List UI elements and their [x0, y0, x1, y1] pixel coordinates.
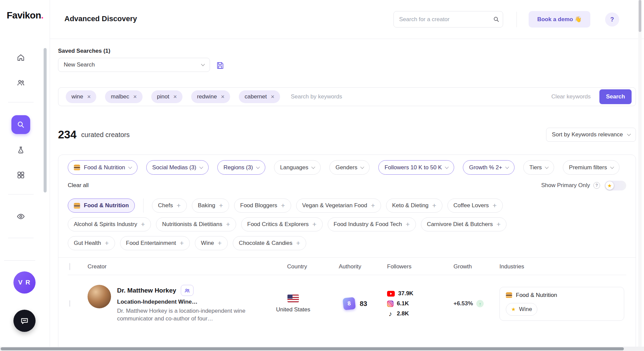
filter-social-medias[interactable]: Social Medias (3)	[146, 160, 209, 175]
category-chip[interactable]: Carnivore Diet & Butchers+	[421, 217, 507, 231]
lab-icon[interactable]	[16, 146, 25, 155]
header-industries[interactable]: Industries	[499, 263, 626, 270]
plus-icon[interactable]: +	[141, 221, 145, 228]
apps-grid-icon[interactable]	[16, 171, 25, 179]
filter-premium[interactable]: Premium filters	[563, 160, 619, 175]
plus-icon[interactable]: +	[180, 239, 184, 247]
keyword-chip-label: redwine	[197, 93, 217, 100]
vertical-scrollbar-track[interactable]	[638, 0, 642, 351]
category-chip[interactable]: Chocolate & Candies+	[233, 236, 306, 250]
filter-growth[interactable]: Growth % 2+	[463, 160, 515, 175]
plus-icon[interactable]: +	[496, 221, 500, 228]
plus-icon[interactable]: +	[219, 202, 223, 209]
creator-search-input[interactable]	[393, 11, 503, 28]
vertical-scrollbar-thumb[interactable]	[639, 0, 641, 32]
chat-widget-button[interactable]	[13, 310, 36, 332]
watchlist-eye-icon[interactable]	[16, 212, 25, 221]
keyword-chip[interactable]: wine×	[66, 90, 96, 103]
keyword-chip[interactable]: pinot×	[151, 90, 182, 103]
sidebar-item-discovery-active[interactable]	[11, 115, 30, 134]
remove-keyword-icon[interactable]: ×	[221, 94, 225, 100]
category-chip[interactable]: Vegan & Vegetarian Food+	[296, 199, 381, 213]
sidebar-scrollbar[interactable]	[44, 48, 47, 192]
filter-tiers[interactable]: Tiers	[523, 160, 554, 175]
industry-tag-wine[interactable]: ★ Wine	[506, 303, 537, 316]
clear-all-button[interactable]: Clear all	[68, 182, 89, 189]
plus-icon[interactable]: +	[281, 202, 285, 209]
filter-label: Social Medias (3)	[152, 164, 196, 171]
save-search-icon[interactable]	[216, 61, 224, 71]
filter-languages[interactable]: Languages	[274, 160, 321, 175]
header-followers[interactable]: Followers	[384, 263, 451, 270]
remove-keyword-icon[interactable]: ×	[87, 94, 91, 100]
category-chip[interactable]: Baking+	[192, 199, 229, 213]
plus-icon[interactable]: +	[406, 221, 410, 228]
keywords-search-button[interactable]: Search	[599, 89, 632, 104]
category-chip[interactable]: Keto & Dieting+	[386, 199, 442, 213]
header-country[interactable]: Country	[260, 263, 327, 270]
category-chip[interactable]: Nutritionists & Dietitians+	[156, 217, 236, 231]
filter-regions[interactable]: Regions (3)	[217, 160, 265, 175]
plus-icon[interactable]: +	[312, 221, 316, 228]
help-button[interactable]: ?	[605, 12, 619, 27]
category-chip[interactable]: Coffee Lovers+	[447, 199, 503, 213]
country-name: United States	[276, 306, 310, 313]
plus-icon[interactable]: +	[432, 202, 436, 209]
category-chip[interactable]: Food Entertainment+	[120, 236, 190, 250]
category-chip[interactable]: Food Industry & Food Tech+	[328, 217, 416, 231]
category-chip[interactable]: Food Bloggers+	[234, 199, 291, 213]
plus-icon[interactable]: +	[218, 239, 222, 247]
favikon-logo[interactable]: Favikon.	[7, 10, 44, 21]
category-chip[interactable]: Wine+	[195, 236, 228, 250]
category-chip[interactable]: Food Critics & Explorers+	[241, 217, 323, 231]
info-icon[interactable]: ?	[593, 182, 600, 189]
remove-keyword-icon[interactable]: ×	[133, 94, 137, 100]
user-avatar[interactable]: V R	[13, 271, 36, 294]
search-icon	[16, 120, 25, 129]
sort-select[interactable]: Sort by Keywords relevance	[546, 128, 636, 142]
home-icon[interactable]	[16, 53, 25, 62]
plus-icon[interactable]: +	[177, 202, 181, 209]
filter-food-nutrition[interactable]: Food & Nutrition	[68, 160, 138, 175]
search-icon[interactable]	[493, 16, 500, 24]
community-icon[interactable]	[16, 78, 25, 87]
horizontal-scrollbar-track[interactable]	[0, 347, 644, 351]
us-flag-icon	[287, 295, 299, 302]
header-growth[interactable]: Growth	[451, 263, 499, 270]
clear-keywords-button[interactable]: Clear keywords	[551, 93, 591, 100]
category-food-nutrition-active[interactable]: Food & Nutrition	[68, 199, 135, 213]
plus-icon[interactable]: +	[226, 221, 230, 228]
creator-name[interactable]: Dr. Matthew Horkey	[117, 287, 176, 294]
header-authority[interactable]: Authority	[327, 263, 384, 270]
filter-followers[interactable]: Followers 10 K to 50 K	[378, 160, 454, 175]
horizontal-scrollbar-thumb[interactable]	[1, 347, 624, 350]
row-checkbox[interactable]	[69, 300, 70, 307]
category-chip[interactable]: Chefs+	[152, 199, 187, 213]
category-label: Baking	[198, 202, 215, 209]
table-row[interactable]: Dr. Matthew Horkey Location-Independent …	[68, 275, 626, 330]
keyword-chip[interactable]: malbec×	[105, 90, 142, 103]
select-all-checkbox[interactable]	[69, 263, 70, 270]
primary-only-toggle[interactable]: ★	[605, 181, 626, 190]
show-primary-only: Show Primary Only ? ★	[541, 181, 626, 190]
plus-icon[interactable]: +	[492, 202, 496, 209]
filter-genders[interactable]: Genders	[329, 160, 370, 175]
saved-search-select[interactable]: New Search	[58, 58, 210, 72]
category-label: Coffee Lovers	[453, 202, 489, 209]
sidebar: Favikon. V R	[0, 0, 50, 351]
category-chip[interactable]: Alcohol & Spirits Industry+	[68, 217, 151, 231]
category-chip[interactable]: Gut Health+	[68, 236, 115, 250]
authority-cell: 8 83	[343, 298, 367, 310]
similar-creators-button[interactable]	[181, 285, 194, 296]
remove-keyword-icon[interactable]: ×	[271, 94, 274, 100]
keyword-chip[interactable]: cabernet×	[239, 90, 280, 103]
keyword-chip[interactable]: redwine×	[191, 90, 230, 103]
book-demo-button[interactable]: Book a demo 👋	[529, 11, 590, 28]
keywords-input[interactable]	[291, 93, 551, 100]
creator-avatar[interactable]	[88, 285, 111, 308]
header-creator[interactable]: Creator	[84, 263, 260, 270]
plus-icon[interactable]: +	[105, 239, 109, 247]
plus-icon[interactable]: +	[296, 239, 300, 247]
remove-keyword-icon[interactable]: ×	[173, 94, 177, 100]
plus-icon[interactable]: +	[371, 202, 375, 209]
